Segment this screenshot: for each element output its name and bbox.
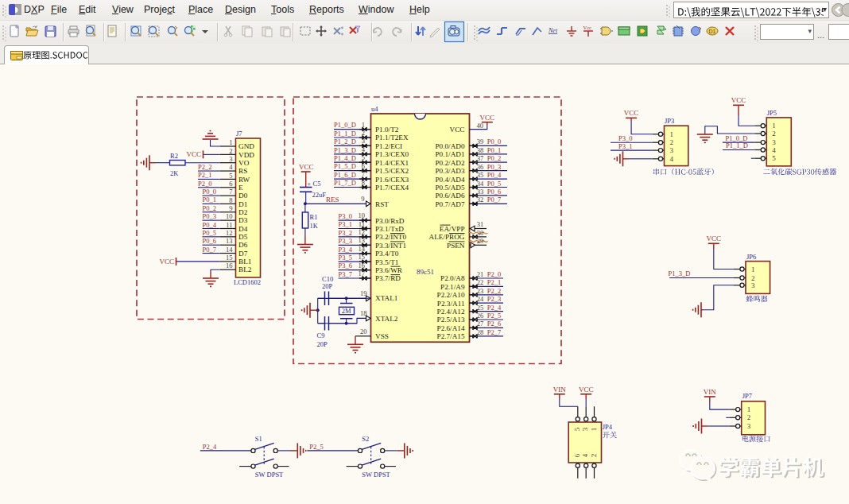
svg-text:9: 9: [229, 204, 232, 212]
svg-text:1: 1: [362, 121, 365, 129]
svg-text:P3_1: P3_1: [618, 142, 632, 150]
svg-text:3: 3: [581, 427, 589, 431]
svg-text:D0: D0: [238, 192, 248, 200]
svg-text:P3.4/T0: P3.4/T0: [375, 250, 399, 258]
svg-text:6: 6: [362, 162, 365, 170]
svg-text:19: 19: [360, 289, 367, 297]
svg-text:C10: C10: [322, 275, 333, 283]
svg-text:13: 13: [226, 237, 233, 245]
svg-text:D1: D1: [238, 200, 248, 208]
svg-text:1: 1: [590, 428, 598, 432]
svg-text:Vcc: Vcc: [583, 25, 592, 30]
svg-text:30: 30: [477, 229, 484, 237]
svg-text:D7: D7: [238, 250, 248, 258]
svg-text:35: 35: [477, 171, 484, 179]
svg-text:P0.5/AD5: P0.5/AD5: [435, 184, 464, 192]
svg-text:15: 15: [226, 254, 233, 262]
svg-text:P0_4: P0_4: [487, 171, 502, 179]
svg-text:4: 4: [229, 163, 233, 171]
svg-text:P2.0/A8: P2.0/A8: [440, 274, 465, 282]
svg-text:S2: S2: [362, 435, 369, 443]
svg-text:1: 1: [751, 266, 755, 273]
svg-text:P1_5_D: P1_5_D: [334, 162, 356, 170]
svg-text:VSS: VSS: [375, 332, 389, 340]
svg-text:P2_2: P2_2: [487, 287, 501, 295]
svg-text:P0_0: P0_0: [203, 188, 216, 196]
svg-text:P2_4: P2_4: [203, 443, 217, 451]
svg-text:D4: D4: [238, 225, 248, 233]
svg-text:11: 11: [226, 221, 232, 229]
svg-text:VCC: VCC: [731, 96, 746, 104]
svg-text:2K: 2K: [170, 169, 179, 177]
svg-text:P2_2: P2_2: [198, 163, 211, 171]
svg-text:P2.4/A12: P2.4/A12: [437, 308, 465, 316]
svg-text:P1.5/CEX2: P1.5/CEX2: [375, 167, 409, 175]
svg-text:8: 8: [229, 196, 232, 204]
svg-text:P0.1/AD1: P0.1/AD1: [435, 150, 464, 158]
svg-text:XTAL2: XTAL2: [375, 315, 398, 323]
svg-text:P0_3: P0_3: [487, 163, 501, 171]
svg-text:P2.1/A9: P2.1/A9: [440, 283, 465, 291]
svg-text:E: E: [238, 184, 243, 192]
svg-text:D2: D2: [238, 208, 248, 216]
svg-text:8: 8: [362, 179, 365, 187]
svg-text:SW DPST: SW DPST: [362, 471, 390, 479]
svg-text:3: 3: [751, 281, 755, 289]
svg-text:P1_1_D: P1_1_D: [726, 142, 748, 149]
svg-text:C9: C9: [317, 331, 325, 339]
svg-text:4: 4: [581, 453, 589, 457]
svg-text:5: 5: [573, 427, 581, 431]
svg-text:24: 24: [477, 295, 484, 303]
svg-text:1K: 1K: [310, 222, 319, 230]
svg-text:14: 14: [359, 245, 366, 253]
svg-text:39: 39: [477, 138, 484, 145]
svg-text:P1_3_D: P1_3_D: [669, 269, 691, 277]
svg-text:D5: D5: [238, 233, 248, 241]
svg-text:BL1: BL1: [238, 258, 252, 266]
svg-text:P0.2/AD2: P0.2/AD2: [435, 159, 464, 167]
svg-text:P3.3/INT1: P3.3/INT1: [375, 242, 406, 250]
svg-text:P1.2/ECI: P1.2/ECI: [375, 142, 402, 150]
svg-text:P2_5: P2_5: [487, 312, 501, 320]
svg-text:12: 12: [226, 229, 233, 237]
svg-text:P0_6: P0_6: [487, 188, 501, 196]
svg-text:P1_1_D: P1_1_D: [334, 130, 356, 138]
svg-text:P3_1: P3_1: [339, 220, 352, 228]
svg-text:VCC: VCC: [480, 114, 495, 122]
svg-text:VCC: VCC: [624, 109, 639, 117]
svg-text:P3.1/TxD: P3.1/TxD: [375, 225, 404, 233]
svg-text:GND: GND: [238, 142, 254, 150]
svg-text:12: 12: [359, 228, 366, 236]
svg-text:VCC: VCC: [299, 163, 314, 171]
svg-text:P2_1: P2_1: [198, 171, 211, 179]
svg-text:1: 1: [772, 122, 776, 130]
svg-text:P3_2: P3_2: [339, 229, 352, 237]
svg-text:P0_2: P0_2: [203, 204, 216, 212]
svg-text:R1: R1: [310, 213, 318, 221]
svg-text:4: 4: [670, 155, 674, 163]
svg-text:40: 40: [477, 122, 484, 130]
svg-text:P1_3_D: P1_3_D: [334, 146, 356, 154]
svg-text:6: 6: [229, 180, 232, 188]
svg-text:20P: 20P: [317, 340, 328, 348]
svg-text:JP3: JP3: [665, 117, 674, 125]
svg-text:VCC: VCC: [450, 126, 465, 134]
svg-text:P2.2/A10: P2.2/A10: [437, 291, 465, 299]
svg-text:4: 4: [772, 146, 776, 154]
svg-text:P0.0/AD0: P0.0/AD0: [435, 142, 464, 150]
svg-text:P2_7: P2_7: [487, 328, 501, 336]
svg-text:P3_5: P3_5: [339, 254, 352, 262]
svg-text:P1.0/T2: P1.0/T2: [375, 126, 399, 134]
svg-text:VCC: VCC: [707, 235, 722, 242]
svg-text:9: 9: [361, 195, 364, 203]
svg-text:ALE/PROG: ALE/PROG: [429, 233, 465, 241]
svg-text:1: 1: [229, 138, 232, 146]
svg-text:C5: C5: [313, 180, 321, 188]
svg-text:16: 16: [359, 262, 366, 269]
svg-text:3: 3: [362, 137, 365, 145]
svg-text:RES: RES: [326, 196, 339, 204]
svg-text:EA/VPP: EA/VPP: [440, 225, 465, 233]
svg-text:21: 21: [477, 270, 484, 278]
svg-text:5: 5: [362, 153, 365, 161]
svg-text:33: 33: [477, 188, 484, 196]
